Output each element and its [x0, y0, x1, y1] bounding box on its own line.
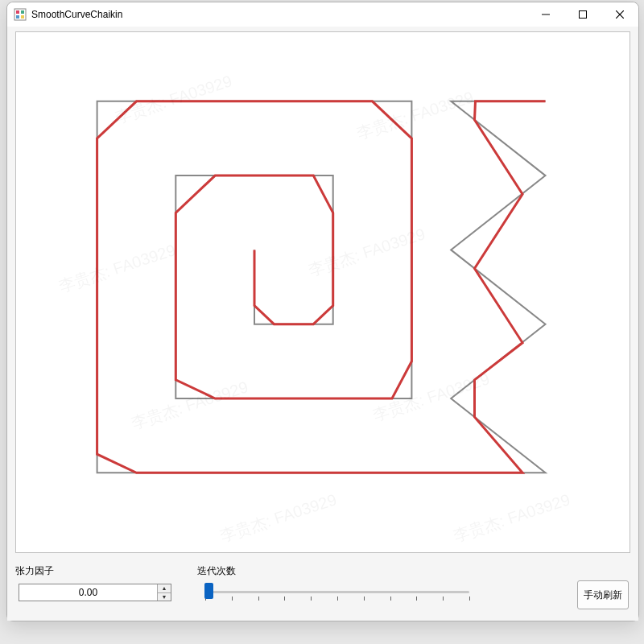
app-icon	[14, 8, 27, 21]
window-title: SmoothCurveChaikin	[31, 9, 122, 20]
client-area: 李贵杰: FA03929 李贵杰: FA03929 李贵杰: FA03929 李…	[7, 27, 638, 621]
app-window: SmoothCurveChaikin 李贵杰: FA03929 李贵杰: FA0…	[6, 2, 639, 621]
close-button[interactable]	[601, 2, 638, 27]
svg-rect-6	[580, 11, 587, 19]
controls-panel: 张力因子 迭代次数 ▲ ▼ 手动刷新	[7, 559, 638, 621]
tension-step-up[interactable]: ▲	[158, 584, 171, 592]
maximize-button[interactable]	[564, 2, 601, 27]
refresh-button-label: 手动刷新	[584, 588, 622, 602]
minimize-button[interactable]	[527, 2, 564, 27]
iterations-label: 迭代次数	[197, 564, 236, 578]
drawing-canvas[interactable]: 李贵杰: FA03929 李贵杰: FA03929 李贵杰: FA03929 李…	[15, 31, 630, 553]
svg-rect-4	[21, 15, 24, 19]
control-polyline	[97, 101, 546, 473]
tension-step-down[interactable]: ▼	[158, 592, 171, 601]
tension-value-field[interactable]	[19, 584, 157, 601]
tension-input[interactable]: ▲ ▼	[19, 584, 171, 601]
titlebar[interactable]: SmoothCurveChaikin	[7, 2, 638, 27]
tension-label: 张力因子	[15, 564, 56, 578]
chaikin-smoothed	[97, 101, 546, 473]
slider-track	[205, 591, 469, 593]
refresh-button[interactable]: 手动刷新	[577, 580, 629, 609]
slider-thumb[interactable]	[204, 583, 213, 599]
svg-rect-2	[21, 10, 24, 14]
svg-rect-3	[16, 15, 19, 19]
svg-rect-1	[16, 10, 19, 14]
iterations-slider[interactable]	[200, 580, 474, 605]
slider-ticks	[205, 597, 469, 601]
